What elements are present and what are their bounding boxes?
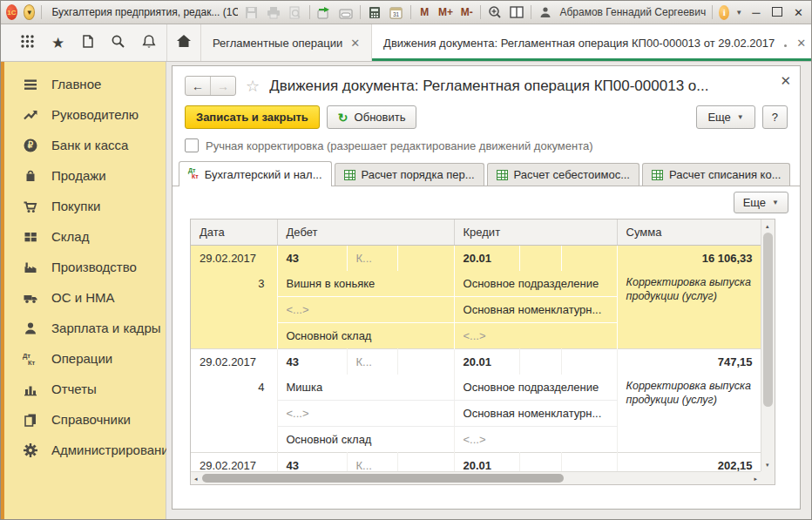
calculator-icon[interactable]: [367, 4, 382, 20]
minimize-button[interactable]: ─: [748, 6, 763, 19]
sidebar-item-prodazhi[interactable]: Продажи: [4, 160, 166, 191]
cell-amount[interactable]: 16 106,33: [617, 246, 761, 272]
tab-close-icon[interactable]: ✕: [796, 37, 806, 50]
cell-empty[interactable]: [561, 349, 617, 375]
cell-credit-analytics-3[interactable]: <...>: [454, 323, 617, 349]
save-and-close-button[interactable]: Записать и закрыть: [185, 105, 320, 129]
cell-line-number[interactable]: 3: [191, 271, 277, 349]
back-button[interactable]: ←: [186, 77, 211, 95]
cell-credit-analytics-1[interactable]: Основное подразделение: [454, 375, 617, 401]
main-menu-dropdown-button[interactable]: ▼: [24, 4, 36, 20]
sidebar-item-spravochniki[interactable]: Справочники: [4, 404, 166, 435]
col-header-credit[interactable]: Кредит: [454, 219, 617, 246]
scroll-up-icon[interactable]: ▴: [766, 223, 769, 229]
memory-add-button[interactable]: M+: [438, 6, 453, 18]
cell-empty[interactable]: [397, 349, 454, 375]
tab-cost-calc[interactable]: Расчет себестоимос...: [487, 163, 639, 186]
history-icon[interactable]: [81, 34, 94, 52]
tab-accounting-and-tax[interactable]: ДтКтБухгалтерский и нал...: [179, 161, 332, 186]
save-icon[interactable]: [244, 4, 260, 20]
sidebar-item-pokupki[interactable]: Покупки: [4, 191, 166, 221]
cell-comment[interactable]: Корректировка выпуска продукции (услуг): [617, 375, 761, 453]
entry-row-main[interactable]: 29.02.2017 43 К... 20.01 16 106,33: [191, 246, 761, 272]
load-from-file-icon[interactable]: [338, 4, 354, 20]
sidebar-item-otchety[interactable]: Отчеты: [4, 374, 166, 404]
sidebar-item-sklad[interactable]: Склад: [4, 221, 166, 252]
cell-comment[interactable]: Корректировка выпуска продукции (услуг): [617, 271, 761, 349]
tab-close-icon[interactable]: ✕: [350, 37, 360, 50]
cell-debit-account[interactable]: 43: [277, 349, 347, 375]
sidebar-item-administrirovanie[interactable]: Администрирование: [4, 435, 166, 465]
close-window-button[interactable]: ✕: [791, 6, 806, 19]
close-panel-icon[interactable]: ✕: [780, 74, 791, 87]
entry-row-main[interactable]: 29.02.2017 43 К... 20.01 747,15: [191, 349, 761, 375]
info-dropdown-icon[interactable]: ▼: [735, 9, 742, 17]
cell-empty[interactable]: [397, 246, 454, 272]
scroll-down-icon[interactable]: ▾: [766, 462, 769, 468]
tab-transfer-order-calc[interactable]: Расчет порядка пер...: [335, 163, 484, 186]
scroll-right-icon[interactable]: ▸: [754, 476, 757, 482]
entry-row-detail[interactable]: 3 Вишня в коньяке Основное подразделение…: [191, 271, 761, 297]
favorites-star-icon[interactable]: ★: [51, 34, 64, 52]
memory-recall-button[interactable]: M: [417, 6, 432, 18]
cell-debit-analytics-2[interactable]: <...>: [277, 297, 454, 323]
col-header-amount[interactable]: Сумма: [617, 219, 761, 246]
forward-button[interactable]: →: [211, 77, 235, 95]
cell-empty[interactable]: [519, 246, 561, 272]
cell-credit-analytics-2[interactable]: Основная номенклатурн...: [454, 297, 617, 323]
col-header-date[interactable]: Дата: [191, 219, 277, 246]
split-view-icon[interactable]: [509, 4, 524, 20]
cell-debit-analytics-1[interactable]: Вишня в коньяке: [277, 271, 454, 297]
tab-writeoff-calc[interactable]: Расчет списания ко...: [642, 163, 790, 186]
tab-dvizheniya-dokumenta[interactable]: Движения документа: Регламентная операци…: [372, 24, 812, 61]
grid-more-button[interactable]: Еще▼: [734, 192, 788, 213]
cell-debit-account[interactable]: 43: [277, 246, 347, 272]
horizontal-scroll-thumb[interactable]: [202, 474, 564, 483]
cell-debit-analytics-3[interactable]: Основной склад: [277, 323, 454, 349]
cell-debit-analytics-3[interactable]: Основной склад: [277, 427, 454, 453]
search-icon[interactable]: [111, 34, 125, 52]
zoom-icon[interactable]: [487, 4, 503, 20]
favorite-star-icon[interactable]: ☆: [246, 77, 260, 96]
print-preview-icon[interactable]: [288, 4, 303, 20]
info-icon[interactable]: i: [719, 5, 729, 20]
refresh-button[interactable]: ↻Обновить: [327, 105, 417, 129]
memory-subtract-button[interactable]: M-: [459, 6, 474, 18]
cell-credit-analytics-1[interactable]: Основное подразделение: [454, 271, 617, 297]
home-tab[interactable]: [166, 24, 201, 61]
cell-date[interactable]: 29.02.2017: [191, 349, 277, 375]
sidebar-item-rukovoditelyu[interactable]: Руководителю: [4, 99, 166, 130]
cell-amount[interactable]: 747,15: [617, 349, 761, 375]
entry-row-detail[interactable]: 4 Мишка Основное подразделение Корректир…: [191, 375, 761, 401]
cell-credit-analytics-2[interactable]: Основная номенклатурн...: [454, 401, 617, 427]
maximize-button[interactable]: [770, 6, 785, 19]
cell-debit-k[interactable]: К...: [347, 349, 397, 375]
sidebar-item-bank-i-kassa[interactable]: ₽Банк и касса: [4, 130, 166, 160]
sidebar-item-os-i-nma[interactable]: ОС и НМА: [4, 282, 166, 313]
help-button[interactable]: ?: [762, 105, 788, 129]
cell-empty[interactable]: [519, 349, 561, 375]
col-header-debit[interactable]: Дебет: [277, 219, 454, 246]
cell-debit-analytics-2[interactable]: <...>: [277, 401, 454, 427]
apps-grid-icon[interactable]: [20, 34, 35, 52]
sidebar-item-zarplata-i-kadry[interactable]: Зарплата и кадры: [4, 313, 166, 343]
cell-debit-k[interactable]: К...: [347, 246, 397, 272]
sidebar-item-proizvodstvo[interactable]: Производство: [4, 252, 166, 282]
save-to-file-icon[interactable]: [316, 4, 332, 20]
cell-credit-analytics-3[interactable]: <...>: [454, 427, 617, 453]
cell-empty[interactable]: [561, 246, 617, 272]
calendar-icon[interactable]: 31: [389, 4, 404, 20]
manual-edit-checkbox[interactable]: [185, 138, 199, 152]
cell-date[interactable]: 29.02.2017: [191, 246, 277, 272]
vertical-scrollbar[interactable]: ▴ ▾: [761, 219, 775, 471]
print-icon[interactable]: [266, 4, 281, 20]
notifications-bell-icon[interactable]: [142, 34, 156, 52]
more-actions-button[interactable]: Еще▼: [696, 105, 754, 129]
horizontal-scrollbar[interactable]: ◂ ▸: [191, 471, 761, 484]
cell-debit-analytics-1[interactable]: Мишка: [277, 375, 454, 401]
vertical-scroll-thumb[interactable]: [763, 233, 773, 407]
scroll-left-icon[interactable]: ◂: [194, 476, 198, 482]
cell-line-number[interactable]: 4: [191, 375, 277, 453]
sidebar-item-glavnoe[interactable]: Главное: [4, 69, 166, 99]
sidebar-item-operacii[interactable]: ДтКтОперации: [4, 343, 166, 374]
